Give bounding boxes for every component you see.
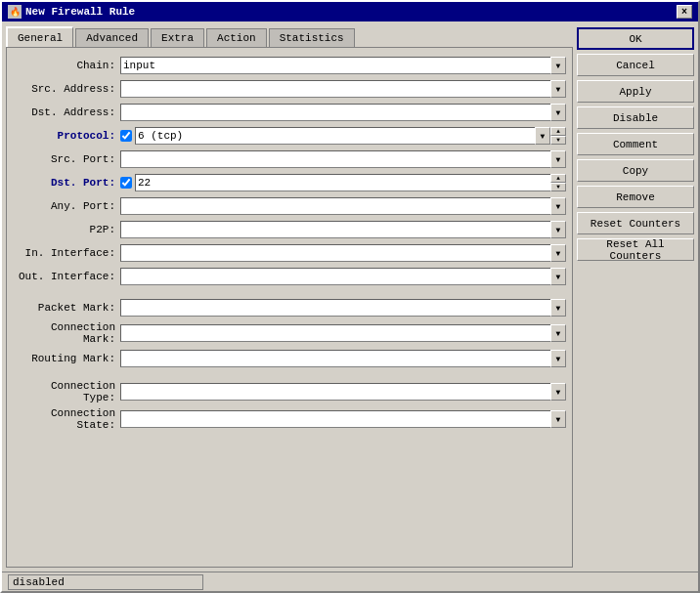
connection-type-arrows-wrapper: ▼ <box>120 383 566 401</box>
reset-all-counters-button[interactable]: Reset All Counters <box>577 238 694 261</box>
packet-mark-row: Packet Mark: ▼ <box>13 298 566 318</box>
status-bar: disabled <box>2 572 698 591</box>
connection-mark-dropdown-btn[interactable]: ▼ <box>550 324 566 342</box>
routing-mark-input[interactable] <box>120 350 550 367</box>
protocol-label: Protocol: <box>13 130 120 142</box>
copy-button[interactable]: Copy <box>577 159 694 182</box>
close-button[interactable]: × <box>677 5 692 19</box>
protocol-dropdown-btn[interactable]: ▼ <box>535 127 550 145</box>
dst-port-input[interactable] <box>135 174 550 191</box>
protocol-input-wrapper: ▼ ▲ ▼ <box>120 127 566 145</box>
out-interface-arrows-wrapper: ▼ <box>120 268 566 285</box>
out-interface-dropdown-btn[interactable]: ▼ <box>550 268 566 285</box>
disable-button[interactable]: Disable <box>577 106 694 129</box>
dst-port-label: Dst. Port: <box>13 177 120 189</box>
connection-state-label: Connection State: <box>13 407 120 431</box>
comment-button[interactable]: Comment <box>577 133 694 155</box>
protocol-checkbox[interactable] <box>120 130 132 142</box>
protocol-down-btn[interactable]: ▼ <box>550 136 566 145</box>
in-interface-input-wrapper: ▼ <box>120 244 566 262</box>
packet-mark-input[interactable] <box>120 299 550 317</box>
out-interface-input[interactable] <box>120 268 550 285</box>
dst-port-arrow-btns: ▲ ▼ <box>550 174 566 191</box>
dst-port-row: Dst. Port: ▲ ▼ <box>13 173 566 192</box>
routing-mark-row: Routing Mark: ▼ <box>13 349 566 368</box>
ok-button[interactable]: OK <box>577 27 694 50</box>
any-port-arrows-wrapper: ▼ <box>120 197 566 215</box>
window-icon: 🔥 <box>8 5 22 19</box>
any-port-row: Any. Port: ▼ <box>13 196 566 216</box>
out-interface-input-wrapper: ▼ <box>120 268 566 285</box>
src-port-label: Src. Port: <box>13 153 120 165</box>
title-bar: 🔥 New Firewall Rule × <box>2 2 698 21</box>
protocol-input[interactable] <box>135 127 535 145</box>
connection-state-dropdown-btn[interactable]: ▼ <box>550 410 566 428</box>
routing-mark-dropdown-btn[interactable]: ▼ <box>550 350 566 367</box>
src-port-dropdown-btn[interactable]: ▼ <box>550 150 566 168</box>
any-port-dropdown-btn[interactable]: ▼ <box>550 197 566 215</box>
src-address-dropdown-btn[interactable]: ▼ <box>550 80 566 98</box>
status-panel: disabled <box>8 574 203 590</box>
in-interface-dropdown-btn[interactable]: ▼ <box>550 244 566 262</box>
tab-content-general: Chain: ▼ Src. Address: ▼ <box>6 47 573 568</box>
packet-mark-dropdown-btn[interactable]: ▼ <box>550 299 566 317</box>
tab-bar: General Advanced Extra Action Statistics <box>6 25 573 47</box>
packet-mark-input-wrapper: ▼ <box>120 299 566 317</box>
connection-type-input-wrapper: ▼ <box>120 383 566 401</box>
dst-port-checkbox[interactable] <box>120 177 132 189</box>
reset-counters-button[interactable]: Reset Counters <box>577 212 694 234</box>
p2p-label: P2P: <box>13 224 120 235</box>
dst-port-down-btn[interactable]: ▼ <box>550 183 566 191</box>
tab-statistics[interactable]: Statistics <box>269 28 355 47</box>
p2p-dropdown-btn[interactable]: ▼ <box>550 221 566 238</box>
dst-port-up-btn[interactable]: ▲ <box>550 174 566 183</box>
chain-dropdown-btn[interactable]: ▼ <box>550 57 566 74</box>
tab-advanced[interactable]: Advanced <box>75 28 149 47</box>
tab-action[interactable]: Action <box>206 28 267 47</box>
connection-state-arrows-wrapper: ▼ <box>120 410 566 428</box>
src-port-input[interactable] <box>120 150 550 168</box>
connection-state-input[interactable] <box>120 410 550 428</box>
tab-extra[interactable]: Extra <box>151 28 204 47</box>
in-interface-input[interactable] <box>120 244 550 262</box>
src-address-input[interactable] <box>120 80 550 98</box>
any-port-input[interactable] <box>120 197 550 215</box>
out-interface-label: Out. Interface: <box>13 271 120 282</box>
cancel-button[interactable]: Cancel <box>577 54 694 76</box>
dst-address-row: Dst. Address: ▼ <box>13 103 566 122</box>
any-port-input-wrapper: ▼ <box>120 197 566 215</box>
dst-address-input-wrapper: ▼ <box>120 104 566 121</box>
packet-mark-arrows-wrapper: ▼ <box>120 299 566 317</box>
dst-address-label: Dst. Address: <box>13 106 120 118</box>
packet-mark-label: Packet Mark: <box>13 302 120 314</box>
chain-input-wrapper: ▼ <box>120 57 566 74</box>
routing-mark-label: Routing Mark: <box>13 353 120 364</box>
dst-port-arrows-wrapper: ▲ ▼ <box>135 174 566 191</box>
connection-mark-input[interactable] <box>120 324 550 342</box>
remove-button[interactable]: Remove <box>577 186 694 208</box>
src-address-row: Src. Address: ▼ <box>13 79 566 99</box>
any-port-label: Any. Port: <box>13 200 120 212</box>
main-panel: General Advanced Extra Action Statistics… <box>6 25 573 568</box>
p2p-input[interactable] <box>120 221 550 238</box>
p2p-arrows-wrapper: ▼ <box>120 221 566 238</box>
out-interface-row: Out. Interface: ▼ <box>13 267 566 286</box>
routing-mark-arrows-wrapper: ▼ <box>120 350 566 367</box>
connection-state-input-wrapper: ▼ <box>120 410 566 428</box>
dst-address-dropdown-btn[interactable]: ▼ <box>550 104 566 121</box>
routing-mark-input-wrapper: ▼ <box>120 350 566 367</box>
connection-type-label: Connection Type: <box>13 380 120 403</box>
src-port-input-wrapper: ▼ <box>120 150 566 168</box>
chain-row: Chain: ▼ <box>13 56 566 75</box>
src-address-input-wrapper: ▼ <box>120 80 566 98</box>
connection-type-dropdown-btn[interactable]: ▼ <box>550 383 566 401</box>
dst-address-input[interactable] <box>120 104 550 121</box>
status-text: disabled <box>13 576 65 588</box>
apply-button[interactable]: Apply <box>577 80 694 103</box>
chain-input[interactable] <box>120 57 550 74</box>
connection-mark-row: Connection Mark: ▼ <box>13 321 566 345</box>
tab-general[interactable]: General <box>6 26 73 47</box>
protocol-up-btn[interactable]: ▲ <box>550 127 566 136</box>
connection-type-input[interactable] <box>120 383 550 401</box>
protocol-arrow-btns: ▲ ▼ <box>550 127 566 145</box>
